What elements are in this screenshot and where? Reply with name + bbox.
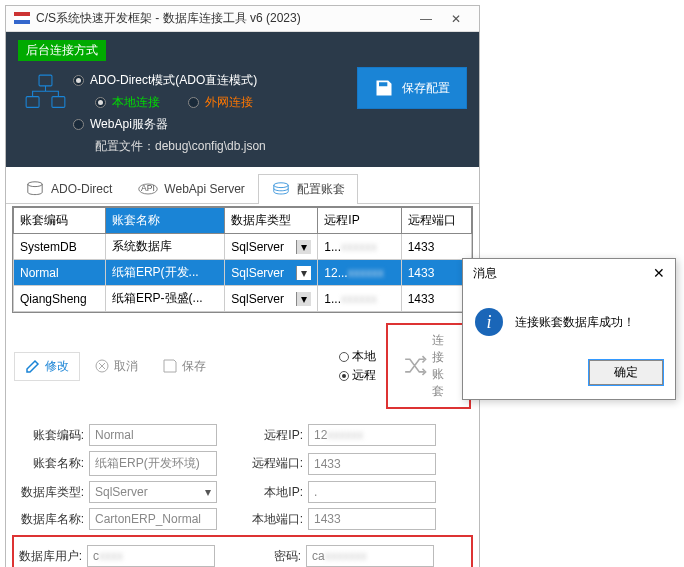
dialog-close-button[interactable]: ✕ [653,265,665,282]
ado-direct-option[interactable]: ADO-Direct模式(ADO直连模式) [73,72,357,89]
col-code[interactable]: 账套编码 [14,208,106,234]
toolbar: 修改 取消 保存 本地 远程 连接账套 [14,323,471,409]
name-input[interactable]: 纸箱ERP(开发环境) [89,451,217,476]
svg-point-6 [274,182,288,187]
app-icon [14,12,30,26]
col-name[interactable]: 账套名称 [105,208,224,234]
db-stack-icon [271,182,291,198]
info-icon: i [475,308,503,336]
dbuser-input[interactable]: cxxxx [87,545,215,567]
dialog-title: 消息 [473,265,497,282]
table-row[interactable]: QiangSheng纸箱ERP-强盛(... SqlServer▾ 1...xx… [14,286,472,312]
svg-point-3 [28,181,42,186]
svg-rect-0 [39,75,52,86]
svg-rect-2 [52,97,65,108]
minimize-button[interactable]: — [411,12,441,26]
webapi-option[interactable]: WebApi服务器 [73,116,357,133]
tab-ado-direct[interactable]: ADO-Direct [12,173,125,203]
remote-radio[interactable]: 远程 [339,367,376,384]
col-ip[interactable]: 远程IP [318,208,401,234]
pencil-icon [25,358,41,374]
remote-conn-option[interactable]: 外网连接 [188,94,253,111]
dialog-ok-button[interactable]: 确定 [589,360,663,385]
api-icon: API [138,181,158,197]
code-input[interactable]: Normal [89,424,217,446]
tab-bar: ADO-Direct APIWebApi Server 配置账套 [6,167,479,204]
table-row[interactable]: Normal纸箱ERP(开发... SqlServer▾ 12...xxxxxx… [14,260,472,286]
tab-webapi[interactable]: APIWebApi Server [125,173,257,203]
chevron-down-icon[interactable]: ▾ [296,240,311,254]
svg-text:API: API [141,183,155,193]
main-window: C/S系统快速开发框架 - 数据库连接工具 v6 (2023) — ✕ 后台连接… [5,5,480,567]
close-button[interactable]: ✕ [441,12,471,26]
svg-rect-1 [26,97,39,108]
titlebar[interactable]: C/S系统快速开发框架 - 数据库连接工具 v6 (2023) — ✕ [6,6,479,32]
window-title: C/S系统快速开发框架 - 数据库连接工具 v6 (2023) [36,10,411,27]
accounts-grid[interactable]: 账套编码 账套名称 数据库类型 远程IP 远程端口 SystemDB系统数据库 … [12,206,473,313]
chevron-down-icon[interactable]: ▾ [296,292,311,306]
header-badge: 后台连接方式 [18,40,106,61]
col-dbtype[interactable]: 数据库类型 [225,208,318,234]
remote-ip-input[interactable]: 12xxxxxx [308,424,436,446]
connect-button[interactable]: 连接账套 [386,323,471,409]
table-row[interactable]: SystemDB系统数据库 SqlServer▾ 1...xxxxxx1433 [14,234,472,260]
message-dialog: 消息 ✕ i 连接账套数据库成功！ 确定 [462,258,676,400]
network-icon [18,67,73,121]
save-button[interactable]: 保存 [152,353,216,380]
local-ip-input[interactable]: . [308,481,436,503]
dbtype-select[interactable]: SqlServer▾ [89,481,217,503]
disk-icon [162,358,178,374]
dbname-input[interactable]: CartonERP_Normal [89,508,217,530]
password-input[interactable]: caxxxxxxx [306,545,434,567]
connection-header: 后台连接方式 ADO-Direct模式(ADO直连模式) 本地连接 外网连接 W… [6,32,479,167]
local-radio[interactable]: 本地 [339,348,376,365]
chevron-down-icon: ▾ [205,485,211,499]
tab-accounts[interactable]: 配置账套 [258,174,358,204]
cancel-button[interactable]: 取消 [84,353,148,380]
dialog-message: 连接账套数据库成功！ [515,314,635,331]
chevron-down-icon[interactable]: ▾ [296,266,311,280]
cancel-icon [94,358,110,374]
modify-button[interactable]: 修改 [14,352,80,381]
local-conn-option[interactable]: 本地连接 [95,94,160,111]
database-icon [25,181,45,197]
save-config-button[interactable]: 保存配置 [357,67,467,109]
local-port-input[interactable]: 1433 [308,508,436,530]
save-icon [374,78,394,98]
col-port[interactable]: 远程端口 [401,208,471,234]
detail-form: 账套编码:Normal 远程IP:12xxxxxx 账套名称:纸箱ERP(开发环… [6,415,479,567]
shuffle-icon [402,353,427,378]
remote-port-input[interactable]: 1433 [308,453,436,475]
